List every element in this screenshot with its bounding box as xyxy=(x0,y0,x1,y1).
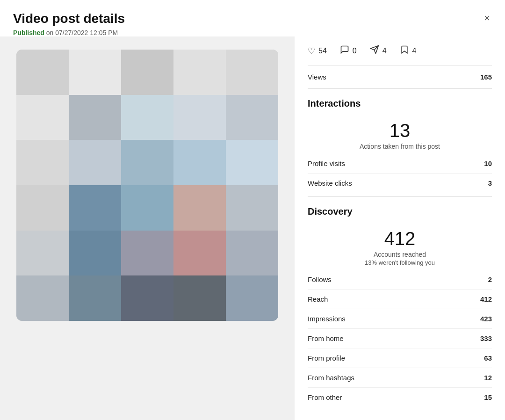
shares-stat: 4 xyxy=(370,45,387,57)
profile-visits-value: 10 xyxy=(484,159,492,167)
from-profile-label: From profile xyxy=(308,354,345,362)
right-panel: ♡ 54 0 4 4 xyxy=(295,36,505,420)
impressions-row: Impressions 423 xyxy=(308,309,492,329)
shares-value: 4 xyxy=(382,47,387,55)
share-icon xyxy=(370,45,379,57)
saves-value: 4 xyxy=(412,47,417,55)
saves-stat: 4 xyxy=(400,45,417,57)
follows-label: Follows xyxy=(308,275,332,283)
follows-value: 2 xyxy=(488,275,492,283)
from-home-label: From home xyxy=(308,334,344,342)
pixel-block xyxy=(69,275,121,321)
comments-value: 0 xyxy=(353,47,357,55)
pixel-block xyxy=(69,50,121,95)
impressions-label: Impressions xyxy=(308,315,346,323)
pixel-block xyxy=(173,140,226,185)
impressions-value: 423 xyxy=(480,315,492,323)
left-panel xyxy=(0,36,295,420)
pixel-block xyxy=(69,231,121,276)
discovery-big-label: Accounts reached xyxy=(308,251,492,258)
pixel-block xyxy=(121,231,173,276)
views-value: 165 xyxy=(480,73,492,81)
views-row: Views 165 xyxy=(308,65,492,89)
reach-label: Reach xyxy=(308,295,328,303)
comments-stat: 0 xyxy=(340,45,357,57)
pixel-block xyxy=(226,95,278,140)
from-profile-value: 63 xyxy=(484,354,492,362)
icon-stats-row: ♡ 54 0 4 4 xyxy=(308,36,492,65)
website-clicks-row: Website clicks 3 xyxy=(308,174,492,193)
interactions-big-number: 13 xyxy=(308,120,492,141)
likes-value: 54 xyxy=(318,47,327,55)
follows-row: Follows 2 xyxy=(308,270,492,290)
pixel-block xyxy=(16,275,69,321)
pixel-block xyxy=(173,95,226,140)
heart-icon: ♡ xyxy=(308,46,315,56)
from-other-row: From other 15 xyxy=(308,388,492,407)
main-content: ♡ 54 0 4 4 xyxy=(0,36,505,420)
pixel-block xyxy=(121,95,173,140)
published-date: on 07/27/2022 12:05 PM xyxy=(46,29,118,36)
page-header: Video post details × Published on 07/27/… xyxy=(0,0,505,36)
from-hashtags-row: From hashtags 12 xyxy=(308,368,492,388)
pixel-block xyxy=(173,231,226,276)
pixel-block xyxy=(226,185,278,231)
published-label: Published xyxy=(13,29,44,36)
website-clicks-label: Website clicks xyxy=(308,179,352,187)
close-button[interactable]: × xyxy=(482,11,492,25)
from-other-value: 15 xyxy=(484,393,492,401)
pixel-block xyxy=(121,275,173,321)
pixel-block xyxy=(226,275,278,321)
from-profile-row: From profile 63 xyxy=(308,348,492,368)
pixel-block xyxy=(69,140,121,185)
pixel-block xyxy=(121,50,173,95)
pixel-block xyxy=(226,231,278,276)
page-title: Video post details xyxy=(13,11,125,26)
from-home-value: 333 xyxy=(480,334,492,342)
interactions-rows: Profile visits 10 Website clicks 3 xyxy=(308,154,492,193)
pixel-block xyxy=(226,140,278,185)
pixel-block xyxy=(16,185,69,231)
pixel-block xyxy=(16,231,69,276)
discovery-big-number: 412 xyxy=(308,228,492,249)
pixel-block xyxy=(226,50,278,95)
from-hashtags-label: From hashtags xyxy=(308,374,354,382)
profile-visits-row: Profile visits 10 xyxy=(308,154,492,174)
pixel-block xyxy=(173,50,226,95)
pixel-block xyxy=(69,95,121,140)
pixel-block xyxy=(173,275,226,321)
from-other-label: From other xyxy=(308,393,342,401)
discovery-heading: Discovery xyxy=(308,206,492,217)
bookmark-icon xyxy=(400,45,409,57)
from-hashtags-value: 12 xyxy=(484,374,492,382)
reach-row: Reach 412 xyxy=(308,290,492,309)
profile-visits-label: Profile visits xyxy=(308,159,345,167)
interactions-heading: Interactions xyxy=(308,98,492,109)
likes-stat: ♡ 54 xyxy=(308,46,327,56)
discovery-rows: Follows 2 Reach 412 Impressions 423 From… xyxy=(308,270,492,407)
pixel-block xyxy=(121,185,173,231)
website-clicks-value: 3 xyxy=(488,179,492,187)
discovery-big-stat: 412 Accounts reached 13% weren't followi… xyxy=(308,223,492,270)
section-divider xyxy=(308,196,492,197)
pixel-block xyxy=(16,50,69,95)
discovery-sub-label: 13% weren't following you xyxy=(308,259,492,266)
pixel-block xyxy=(69,185,121,231)
reach-value: 412 xyxy=(480,295,492,303)
interactions-big-stat: 13 Actions taken from this post xyxy=(308,115,492,154)
comment-icon xyxy=(340,45,349,57)
pixel-block xyxy=(16,140,69,185)
pixel-block xyxy=(173,185,226,231)
views-label: Views xyxy=(308,73,326,81)
video-thumbnail xyxy=(16,50,278,321)
from-home-row: From home 333 xyxy=(308,329,492,348)
publish-date: Published on 07/27/2022 12:05 PM xyxy=(13,29,492,36)
pixel-block xyxy=(121,140,173,185)
pixel-block xyxy=(16,95,69,140)
interactions-big-label: Actions taken from this post xyxy=(308,143,492,150)
